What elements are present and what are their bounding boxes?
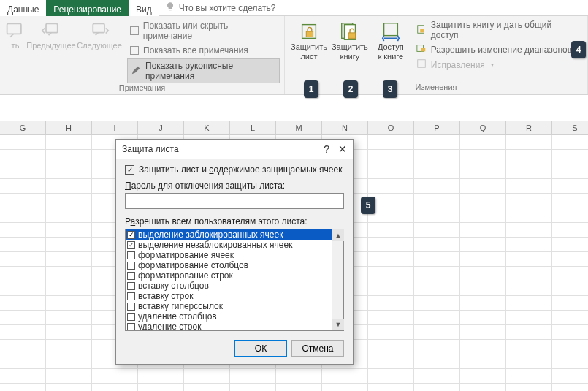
grid-cell[interactable] — [46, 384, 92, 391]
grid-cell[interactable] — [506, 208, 552, 223]
grid-cell[interactable] — [552, 369, 588, 384]
share-workbook-button[interactable]: Доступк книге — [371, 19, 411, 62]
grid-cell[interactable] — [552, 354, 588, 369]
grid-cell[interactable] — [0, 267, 46, 281]
grid-cell[interactable] — [552, 238, 588, 252]
grid-cell[interactable] — [506, 340, 552, 354]
grid-cell[interactable] — [0, 296, 46, 311]
grid-cell[interactable] — [92, 384, 138, 391]
grid-cell[interactable] — [552, 325, 588, 340]
grid-cell[interactable] — [322, 384, 368, 391]
permission-checkbox[interactable] — [127, 282, 135, 290]
grid-cell[interactable] — [0, 135, 46, 150]
col-header[interactable]: M — [276, 121, 322, 135]
grid-cell[interactable] — [552, 252, 588, 267]
password-input[interactable] — [125, 193, 344, 209]
grid-cell[interactable] — [460, 311, 506, 325]
grid-cell[interactable] — [552, 164, 588, 179]
permissions-listbox[interactable]: ✓выделение заблокированных ячеек✓выделен… — [125, 229, 344, 331]
grid-cell[interactable] — [552, 340, 588, 354]
grid-cell[interactable] — [230, 384, 276, 391]
grid-cell[interactable] — [0, 208, 46, 223]
grid-cell[interactable] — [460, 267, 506, 281]
grid-cell[interactable] — [414, 281, 460, 296]
grid-cell[interactable] — [92, 369, 138, 384]
grid-cell[interactable] — [506, 325, 552, 340]
grid-cell[interactable] — [414, 325, 460, 340]
grid-cell[interactable] — [368, 164, 414, 179]
grid-cell[interactable] — [46, 325, 92, 340]
permission-item[interactable]: удаление столбцов — [126, 311, 332, 322]
grid-cell[interactable] — [368, 150, 414, 164]
col-header[interactable]: Q — [460, 121, 506, 135]
grid-cell[interactable] — [276, 369, 322, 384]
grid-cell[interactable] — [46, 238, 92, 252]
grid-cell[interactable] — [0, 150, 46, 164]
col-header[interactable]: N — [322, 121, 368, 135]
grid-cell[interactable] — [506, 296, 552, 311]
grid-cell[interactable] — [506, 267, 552, 281]
grid-cell[interactable] — [414, 354, 460, 369]
grid-cell[interactable] — [460, 325, 506, 340]
grid-cell[interactable] — [460, 384, 506, 391]
cancel-button[interactable]: Отмена — [291, 340, 344, 357]
grid-cell[interactable] — [46, 194, 92, 208]
grid-cell[interactable] — [506, 252, 552, 267]
permission-item[interactable]: вставку строк — [126, 291, 332, 301]
grid-cell[interactable] — [460, 194, 506, 208]
grid-cell[interactable] — [414, 311, 460, 325]
grid-cell[interactable] — [0, 179, 46, 194]
grid-cell[interactable] — [460, 281, 506, 296]
protect-and-share-button[interactable]: Защитить книгу и дать общий доступ — [415, 19, 583, 41]
permission-checkbox[interactable] — [127, 303, 135, 311]
grid-cell[interactable] — [46, 311, 92, 325]
scroll-down-icon[interactable]: ▼ — [332, 319, 344, 330]
grid-cell[interactable] — [414, 238, 460, 252]
grid-cell[interactable] — [552, 281, 588, 296]
grid-cell[interactable] — [414, 135, 460, 150]
tell-me[interactable]: Что вы хотите сделать? — [165, 0, 276, 15]
grid-cell[interactable] — [414, 194, 460, 208]
grid-cell[interactable] — [368, 311, 414, 325]
col-header[interactable]: P — [414, 121, 460, 135]
grid-cell[interactable] — [506, 238, 552, 252]
grid-cell[interactable] — [506, 164, 552, 179]
col-header[interactable]: S — [552, 121, 588, 135]
grid-cell[interactable] — [552, 150, 588, 164]
grid-cell[interactable] — [414, 179, 460, 194]
grid-cell[interactable] — [506, 354, 552, 369]
grid-cell[interactable] — [414, 369, 460, 384]
grid-cell[interactable] — [368, 325, 414, 340]
grid-cell[interactable] — [46, 179, 92, 194]
col-header[interactable]: I — [92, 121, 138, 135]
grid-cell[interactable] — [552, 267, 588, 281]
grid-cell[interactable] — [506, 135, 552, 150]
permission-item[interactable]: форматирование строк — [126, 270, 332, 281]
permission-checkbox[interactable] — [127, 313, 135, 321]
grid-cell[interactable] — [368, 384, 414, 391]
permission-checkbox[interactable] — [127, 323, 135, 331]
grid-cell[interactable] — [506, 150, 552, 164]
grid-cell[interactable] — [460, 354, 506, 369]
grid-cell[interactable] — [506, 223, 552, 238]
grid-cell[interactable] — [552, 194, 588, 208]
grid-cell[interactable] — [0, 384, 46, 391]
grid-cell[interactable] — [46, 296, 92, 311]
grid-cell[interactable] — [460, 369, 506, 384]
permission-item[interactable]: форматирование столбцов — [126, 260, 332, 270]
grid-cell[interactable] — [46, 281, 92, 296]
tab-data[interactable]: Данные — [0, 0, 46, 16]
grid-cell[interactable] — [138, 369, 184, 384]
show-ink-comments[interactable]: Показать рукописные примечания — [127, 58, 280, 83]
allow-edit-ranges-button[interactable]: Разрешить изменение диапазонов — [415, 42, 583, 56]
grid-cell[interactable] — [460, 340, 506, 354]
grid-cell[interactable] — [460, 135, 506, 150]
permission-checkbox[interactable] — [127, 272, 135, 280]
grid-cell[interactable] — [552, 296, 588, 311]
grid-cell[interactable] — [46, 267, 92, 281]
grid-cell[interactable] — [46, 223, 92, 238]
grid-cell[interactable] — [184, 384, 230, 391]
permission-checkbox[interactable]: ✓ — [127, 231, 135, 239]
grid-cell[interactable] — [460, 296, 506, 311]
grid-cell[interactable] — [184, 369, 230, 384]
